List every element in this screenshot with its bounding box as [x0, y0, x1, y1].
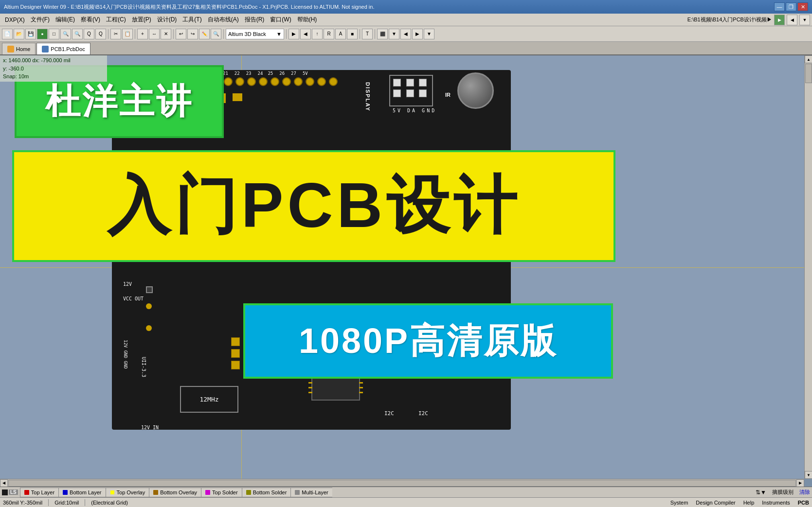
btn16[interactable]: ▶	[289, 29, 299, 39]
tab-pcb-doc[interactable]: PCB1.PcbDoc	[36, 43, 90, 54]
ir-sensor-component	[457, 72, 494, 109]
layer-tab-top[interactable]: Top Layer	[20, 488, 58, 497]
menu-view[interactable]: 察看(V)	[78, 15, 103, 25]
canvas-area[interactable]: 杜洋主讲 入门PCB设计 1080P高清原版 21 22 23	[0, 55, 804, 479]
btn19[interactable]: R	[324, 29, 334, 39]
btn13[interactable]: ↪	[187, 29, 198, 39]
pin-4	[259, 77, 268, 86]
tabs-bar: Home PCB1.PcbDoc	[0, 42, 812, 55]
btn25[interactable]: ◀	[400, 29, 411, 39]
restore-button[interactable]: ❐	[786, 2, 796, 11]
btn24[interactable]: ▼	[389, 29, 399, 39]
crystal-component: 12MHz	[180, 386, 238, 413]
system-label[interactable]: System	[670, 500, 688, 506]
menu-tools[interactable]: 工具(T)	[180, 15, 204, 25]
btn22[interactable]: T	[362, 29, 373, 39]
menu-file[interactable]: 文件(F)	[28, 15, 53, 25]
nav-btn-3[interactable]: ▼	[799, 15, 810, 25]
instructor-text: 杜洋主讲	[45, 78, 193, 125]
btn9[interactable]: +	[137, 29, 148, 39]
sep7	[375, 29, 375, 39]
btn20[interactable]: A	[335, 29, 346, 39]
layer-tab-bottom[interactable]: Bottom Layer	[58, 488, 105, 497]
copy-btn[interactable]: 📋	[122, 29, 133, 39]
coords-bar: x: 1460.000 dx: -790.000 mil y: -360.0 S…	[0, 55, 107, 82]
scroll-down-btn[interactable]: ▼	[805, 471, 812, 479]
close-button[interactable]: ✕	[797, 2, 808, 11]
btn7[interactable]: Q	[84, 29, 94, 39]
menu-window[interactable]: 窗口(W)	[267, 15, 294, 25]
pcb-label[interactable]: PCB	[798, 500, 809, 506]
btn11[interactable]: ✕	[161, 29, 171, 39]
btn6[interactable]: 🔍	[72, 29, 83, 39]
btn23[interactable]: ⬛	[377, 29, 388, 39]
design-compiler-label[interactable]: Design Compiler	[696, 500, 735, 506]
btn14[interactable]: ✏️	[199, 29, 210, 39]
scroll-thumb-right[interactable]	[805, 64, 812, 83]
instruments-label[interactable]: Instruments	[762, 500, 790, 506]
nav-btn-2[interactable]: ◀	[787, 15, 797, 25]
menu-edit[interactable]: 编辑(E)	[53, 15, 78, 25]
btn21[interactable]: ■	[347, 29, 358, 39]
layer-tab-bottom-overlay[interactable]: Bottom Overlay	[149, 488, 201, 497]
pin-label-27: 27	[291, 71, 296, 76]
save-btn[interactable]: 💾	[25, 29, 36, 39]
menu-place[interactable]: 放置(P)	[129, 15, 154, 25]
scroll-up-btn[interactable]: ▲	[805, 55, 812, 63]
scrollbar-right[interactable]: ▲ ▼	[804, 55, 812, 479]
led-3	[146, 325, 152, 331]
btn8[interactable]: Q	[95, 29, 106, 39]
ls-indicator: LS	[9, 490, 18, 495]
led-1	[146, 286, 153, 293]
minimize-button[interactable]: —	[774, 2, 785, 11]
layer-tab-top-solder[interactable]: Top Solder	[201, 488, 242, 497]
layer-tab-bottom-solder[interactable]: Bottom Solder	[242, 488, 291, 497]
scroll-thumb-bottom[interactable]	[8, 480, 796, 487]
sort-icon[interactable]: ⇅▼	[756, 489, 766, 496]
btn12[interactable]: ↩	[176, 29, 186, 39]
toolbar: 📄 📂 💾 ● □ 🔍 🔍 Q Q ✂ 📋 + ↔ ✕ ↩ ↪ ✏️ 🔍 Alt…	[0, 26, 812, 42]
menu-report[interactable]: 报告(R)	[242, 15, 268, 25]
menu-dxp[interactable]: DXP(X)	[2, 16, 28, 24]
layer-tab-multi[interactable]: Multi-Layer	[290, 488, 332, 497]
white-pin-3	[419, 79, 427, 87]
help-label[interactable]: Help	[743, 500, 755, 506]
tab-home[interactable]: Home	[2, 43, 36, 54]
btn10[interactable]: ↔	[149, 29, 160, 39]
nav-btn-1[interactable]: ▶	[774, 15, 785, 25]
btn27[interactable]: ▼	[424, 29, 434, 39]
path-label: E:\B1视频\B14入门PCB设计\视频▶	[687, 16, 772, 23]
layer-tab-top-overlay[interactable]: Top Overlay	[106, 488, 149, 497]
new-btn[interactable]: 📄	[2, 29, 13, 39]
chip-pin-r8	[359, 382, 363, 384]
quality-banner: 1080P高清原版	[243, 303, 613, 379]
v12-gnd-label: 12V GND GND	[123, 340, 128, 369]
menu-design[interactable]: 设计(D)	[154, 15, 180, 25]
btn15[interactable]: 🔍	[211, 29, 221, 39]
scrollbar-bottom[interactable]: ◀ ▶	[0, 479, 804, 487]
quality-text: 1080P高清原版	[299, 318, 558, 365]
scroll-right-btn[interactable]: ▶	[796, 479, 804, 487]
cut-btn[interactable]: ✂	[110, 29, 121, 39]
btn4[interactable]: □	[49, 29, 59, 39]
menu-autoroute[interactable]: 自动布线(A)	[205, 15, 242, 25]
chip-pin-r9	[359, 387, 363, 388]
pin-label-26: 26	[279, 71, 285, 76]
btn26[interactable]: ▶	[412, 29, 423, 39]
layer-tabs-bar: LS Top Layer Bottom Layer Top Overlay Bo…	[0, 487, 812, 497]
btn5[interactable]: 🔍	[60, 29, 71, 39]
pin-3	[247, 77, 256, 86]
btn18[interactable]: ↑	[312, 29, 323, 39]
open-btn[interactable]: 📂	[14, 29, 24, 39]
pin-7	[294, 77, 303, 86]
clear-label[interactable]: 清除	[799, 489, 810, 496]
menu-help[interactable]: 帮助(H)	[294, 15, 320, 25]
print-btn[interactable]: ●	[37, 29, 48, 39]
white-pin-5	[406, 89, 414, 97]
scroll-left-btn[interactable]: ◀	[0, 479, 8, 487]
top-layer-color-dot	[24, 490, 29, 495]
menu-project[interactable]: 工程(C)	[103, 15, 129, 25]
btn17[interactable]: ◀	[300, 29, 311, 39]
theme-dropdown[interactable]: Altium 3D Black ▼	[226, 29, 284, 39]
top-solder-label: Top Solder	[212, 490, 238, 495]
